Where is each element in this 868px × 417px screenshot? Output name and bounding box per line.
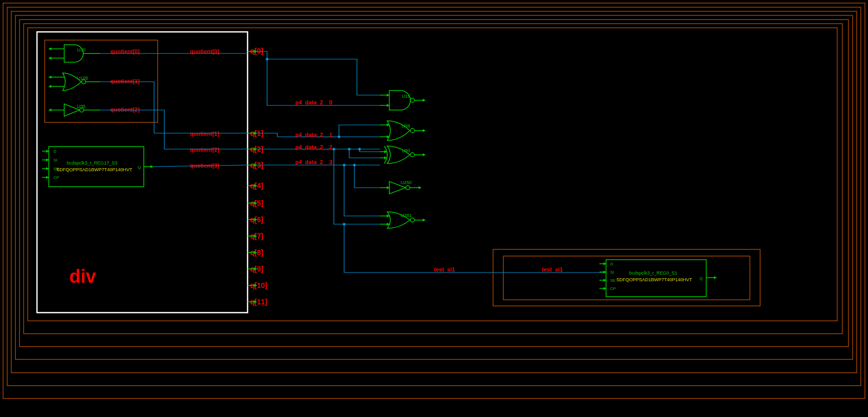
svg-point-71 (348, 148, 351, 151)
wire (349, 149, 380, 158)
wire (334, 149, 380, 224)
hier-frame (28, 28, 837, 321)
net-label: test_si1 (542, 266, 563, 273)
port-q4[interactable]: q[4] (248, 182, 263, 190)
gate-u88[interactable]: U88 (380, 121, 425, 140)
svg-text:bcdspclk3_r_REG17_S3: bcdspclk3_r_REG17_S3 (67, 160, 118, 166)
svg-point-72 (358, 148, 361, 151)
schematic-canvas[interactable]: div U30 quotient[0] U105 quotient[1] U35… (0, 0, 868, 417)
port-q8[interactable]: q[8] (248, 248, 263, 257)
port-q7[interactable]: q[7] (248, 232, 263, 240)
svg-point-69 (266, 58, 269, 61)
gate-u105[interactable]: U105 (49, 73, 100, 90)
svg-text:q[0]: q[0] (250, 47, 263, 55)
port-q6[interactable]: q[6] (248, 215, 263, 224)
net-label: test_si1 (434, 266, 455, 273)
net-label: quotient[2] (190, 147, 219, 153)
svg-text:SI: SI (53, 158, 58, 162)
hier-frame (11, 11, 857, 373)
gate-u35[interactable]: U35 (49, 104, 100, 116)
reg-right[interactable]: D SI SE CP Q bcdspclk3_r_REG0_S1 SDFQOPP… (599, 260, 716, 297)
hier-frame (15, 15, 853, 359)
svg-text:SE: SE (610, 278, 616, 283)
svg-text:bcdspclk3_r_REG0_S1: bcdspclk3_r_REG0_S1 (629, 270, 677, 276)
svg-text:CP: CP (53, 175, 59, 180)
wire (339, 125, 380, 137)
svg-marker-30 (150, 165, 153, 168)
svg-text:D: D (53, 149, 56, 154)
svg-point-75 (333, 148, 335, 151)
svg-text:SDFQOPPSAD1BWP7T40P140HVT: SDFQOPPSAD1BWP7T40P140HVT (56, 167, 133, 172)
hier-frame (3, 3, 865, 398)
svg-marker-91 (423, 129, 425, 132)
svg-text:D: D (610, 262, 613, 266)
svg-marker-105 (419, 186, 421, 189)
port-q0[interactable]: q[0] (248, 47, 263, 55)
reg-left[interactable]: D SI SE CP Q bcdspclk3_r_REG17_S3 SDFQOP… (42, 147, 153, 187)
svg-point-89 (410, 129, 414, 133)
gate-label: U30 (77, 47, 86, 52)
net-label: p4_data_2__1_ (295, 132, 336, 138)
svg-marker-130 (714, 276, 716, 279)
svg-text:U250: U250 (401, 180, 412, 185)
svg-text:SDFQOPPSAD1BWP7T40P140HVT: SDFQOPPSAD1BWP7T40P140HVT (616, 277, 692, 282)
wire (100, 110, 248, 149)
port-q11[interactable]: q[11] (248, 298, 267, 306)
svg-text:Q: Q (138, 165, 141, 170)
svg-text:SI: SI (610, 270, 614, 275)
svg-text:U19: U19 (402, 94, 410, 99)
hier-frame (7, 7, 861, 386)
svg-marker-83 (423, 99, 425, 102)
svg-text:U281: U281 (401, 213, 412, 218)
svg-rect-15 (49, 147, 144, 187)
hier-frame (24, 24, 842, 334)
svg-point-81 (410, 98, 414, 102)
wire (257, 51, 380, 105)
svg-marker-113 (423, 219, 425, 222)
svg-text:CP: CP (610, 286, 616, 291)
gate-label: U35 (77, 104, 86, 109)
port-q5[interactable]: q[5] (248, 199, 263, 207)
gate-u19[interactable]: U19 (380, 90, 425, 110)
port-q9[interactable]: q[9] (248, 265, 263, 273)
svg-marker-3 (49, 57, 51, 60)
net-label: quotient[1] (110, 78, 140, 84)
net-label: quotient[2] (110, 106, 140, 113)
div-label: div (69, 266, 96, 287)
wire (267, 59, 380, 95)
gate-u281[interactable]: U281 (380, 212, 425, 228)
gate-u90[interactable]: U90 (380, 146, 425, 164)
svg-text:Q: Q (700, 276, 703, 281)
svg-marker-2 (49, 47, 51, 50)
gate-label: U105 (77, 76, 88, 81)
svg-point-76 (343, 223, 346, 226)
svg-marker-8 (49, 85, 51, 88)
port-q10[interactable]: q[10] (248, 281, 267, 289)
wire (344, 165, 380, 216)
svg-point-97 (410, 153, 414, 157)
svg-marker-12 (49, 108, 51, 112)
net-label: p4_data_2__0_ (295, 99, 336, 105)
svg-point-74 (343, 164, 346, 167)
svg-text:U90: U90 (402, 148, 410, 153)
svg-point-70 (338, 136, 341, 138)
gate-u250[interactable]: U250 (380, 180, 421, 194)
gate-u30[interactable]: U30 (49, 45, 100, 62)
svg-point-73 (353, 164, 356, 167)
svg-point-111 (410, 218, 414, 222)
net-label: p4_data_2__2_ (295, 144, 336, 150)
net-label: quotient[1] (190, 131, 219, 137)
svg-marker-7 (49, 76, 51, 79)
svg-marker-99 (423, 153, 425, 156)
wire (344, 224, 606, 273)
svg-text:U88: U88 (402, 123, 410, 129)
wire (360, 149, 380, 152)
wire (354, 165, 380, 188)
net-label: p4_data_2__3_ (295, 159, 336, 165)
